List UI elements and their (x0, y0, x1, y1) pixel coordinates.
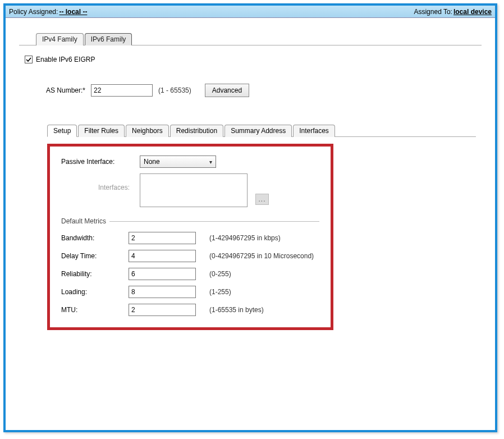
tab-setup[interactable]: Setup (47, 125, 77, 137)
as-number-row: AS Number:* (1 - 65535) Advanced (46, 84, 476, 97)
loading-hint: (1-255) (209, 288, 231, 296)
default-metrics-heading: Default Metrics (61, 217, 319, 225)
bandwidth-hint: (1-4294967295 in kbps) (209, 234, 281, 242)
tab-redistribution[interactable]: Redistribution (170, 125, 223, 137)
check-icon (26, 57, 31, 62)
tab-neighbors[interactable]: Neighbors (126, 125, 169, 137)
default-metrics-divider (109, 221, 319, 222)
reliability-input[interactable] (129, 268, 196, 280)
delay-label: Delay Time: (61, 252, 129, 260)
tab-interfaces[interactable]: Interfaces (293, 125, 335, 137)
delay-input[interactable] (129, 250, 196, 262)
interfaces-label: Interfaces: (61, 173, 140, 191)
assigned-to-label: Assigned To: (414, 8, 452, 16)
reliability-label: Reliability: (61, 270, 129, 278)
interfaces-row: Interfaces: ... (61, 173, 319, 207)
setup-highlight-box: Passive Interface: None ▾ Interfaces: ..… (47, 144, 333, 330)
family-tabs: IPv4 Family IPv6 Family (36, 33, 482, 45)
policy-assigned-group: Policy Assigned: -- local -- (9, 8, 87, 16)
advanced-button[interactable]: Advanced (205, 84, 249, 97)
loading-row: Loading: (1-255) (61, 286, 319, 298)
interfaces-listbox[interactable] (140, 173, 248, 207)
passive-interface-row: Passive Interface: None ▾ (61, 156, 319, 168)
tab-ipv4-family[interactable]: IPv4 Family (36, 33, 84, 45)
passive-interface-value: None (144, 158, 160, 166)
header-bar: Policy Assigned: -- local -- Assigned To… (6, 6, 495, 18)
bandwidth-input[interactable] (129, 232, 196, 244)
delay-row: Delay Time: (0-4294967295 in 10 Microsec… (61, 250, 319, 262)
loading-label: Loading: (61, 288, 129, 296)
bandwidth-row: Bandwidth: (1-4294967295 in kbps) (61, 232, 319, 244)
sub-tabs: Setup Filter Rules Neighbors Redistribut… (47, 124, 476, 136)
content-area: IPv4 Family IPv6 Family Enable IPv6 EIGR… (6, 18, 495, 430)
default-metrics-text: Default Metrics (61, 217, 106, 225)
ipv6-pane: Enable IPv6 EIGRP AS Number:* (1 - 65535… (19, 45, 482, 336)
mtu-hint: (1-65535 in bytes) (209, 306, 264, 314)
policy-assigned-link[interactable]: -- local -- (59, 8, 87, 16)
config-window: Policy Assigned: -- local -- Assigned To… (3, 3, 497, 432)
interfaces-browse-button[interactable]: ... (255, 194, 269, 205)
as-number-range-hint: (1 - 65535) (158, 86, 191, 94)
enable-ipv6-eigrp-label: Enable IPv6 EIGRP (36, 56, 95, 63)
assigned-to-link[interactable]: local device (453, 8, 492, 16)
mtu-label: MTU: (61, 306, 129, 314)
passive-interface-select[interactable]: None ▾ (140, 156, 216, 168)
enable-ipv6-eigrp-checkbox[interactable] (25, 56, 33, 63)
reliability-row: Reliability: (0-255) (61, 268, 319, 280)
policy-assigned-label: Policy Assigned: (9, 8, 58, 16)
tab-summary-address[interactable]: Summary Address (224, 125, 292, 137)
enable-ipv6-eigrp-row: Enable IPv6 EIGRP (25, 56, 476, 63)
reliability-hint: (0-255) (209, 270, 231, 278)
passive-interface-label: Passive Interface: (61, 158, 140, 166)
as-number-label: AS Number:* (46, 86, 85, 94)
delay-hint: (0-4294967295 in 10 Microsecond) (209, 252, 314, 260)
sub-tab-area: Setup Filter Rules Neighbors Redistribut… (47, 124, 476, 330)
as-number-required-mark: * (83, 86, 85, 94)
chevron-down-icon: ▾ (209, 159, 212, 165)
mtu-input[interactable] (129, 304, 196, 316)
bandwidth-label: Bandwidth: (61, 234, 129, 242)
tab-ipv6-family[interactable]: IPv6 Family (85, 33, 132, 45)
mtu-row: MTU: (1-65535 in bytes) (61, 304, 319, 316)
as-number-label-text: AS Number: (46, 86, 83, 94)
assigned-to-group: Assigned To: local device (414, 8, 492, 16)
loading-input[interactable] (129, 286, 196, 298)
tab-filter-rules[interactable]: Filter Rules (78, 125, 125, 137)
as-number-input[interactable] (91, 84, 153, 97)
